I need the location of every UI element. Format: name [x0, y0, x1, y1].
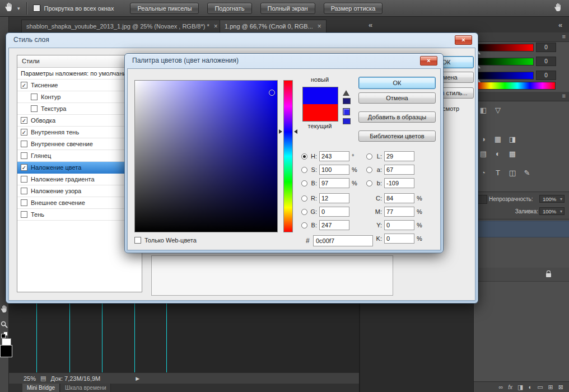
channel-value[interactable]: 0: [536, 43, 556, 52]
field-radio[interactable]: [301, 195, 307, 202]
style-checkbox[interactable]: ✓: [21, 117, 27, 124]
saturation-brightness-field[interactable]: [134, 80, 278, 232]
add-to-swatches-button[interactable]: Добавить в образцы: [358, 111, 436, 123]
field-input[interactable]: [384, 220, 414, 230]
layer-style-item[interactable]: ✓Тиснение: [17, 80, 142, 91]
hue-slider-arrow-right[interactable]: [294, 129, 297, 134]
style-checkbox[interactable]: [21, 211, 27, 218]
web-color-swatch[interactable]: [343, 118, 351, 124]
print-size-button[interactable]: Размер оттиска: [324, 3, 383, 14]
hue-slider[interactable]: [283, 80, 293, 232]
field-radio[interactable]: [301, 222, 307, 228]
field-input[interactable]: [319, 193, 349, 203]
web-colors-checkbox[interactable]: [134, 237, 141, 244]
layer-style-item[interactable]: ✓Внутренняя тень: [17, 127, 142, 138]
close-button[interactable]: ×: [455, 35, 472, 45]
adjustment-icon[interactable]: T: [492, 167, 504, 179]
layer-effects-icon[interactable]: fx: [508, 384, 512, 390]
hue-slider-arrow-left[interactable]: [279, 129, 282, 134]
tab-mini-bridge[interactable]: Mini Bridge: [22, 384, 60, 392]
field-radio[interactable]: [366, 180, 372, 186]
style-checkbox[interactable]: ✓: [21, 164, 27, 171]
chevron-down-icon[interactable]: ▾: [17, 6, 20, 11]
layer-style-item[interactable]: Внутреннее свечение: [17, 138, 142, 150]
style-checkbox[interactable]: [31, 94, 38, 100]
gamut-warning-icon[interactable]: [343, 90, 349, 96]
zoom-level[interactable]: 25%: [24, 375, 36, 382]
color-libraries-button[interactable]: Библиотеки цветов: [358, 130, 436, 142]
actual-pixels-button[interactable]: Реальные пикселы: [130, 3, 199, 14]
layer-mask-icon[interactable]: ◨: [517, 384, 523, 391]
adjustment-icon[interactable]: ▩: [506, 148, 519, 160]
style-checkbox[interactable]: [21, 141, 27, 147]
layer-style-item[interactable]: Контур: [17, 91, 142, 103]
field-radio[interactable]: [366, 153, 372, 160]
ok-button[interactable]: ОК: [358, 77, 436, 89]
adjustment-icon[interactable]: ◫: [506, 167, 519, 179]
adjustment-icon[interactable]: ◔: [477, 167, 489, 179]
layer-style-item[interactable]: Наложение градиента: [17, 174, 142, 185]
close-button[interactable]: ×: [420, 56, 437, 66]
adjustment-icon[interactable]: ▦: [492, 133, 504, 146]
close-icon[interactable]: ×: [318, 21, 321, 32]
hand-icon-right[interactable]: [554, 3, 562, 14]
green-channel-slider[interactable]: [477, 58, 534, 66]
field-radio[interactable]: [301, 167, 307, 173]
layer-style-item[interactable]: Наложение узора: [17, 185, 142, 197]
field-input[interactable]: [384, 151, 414, 161]
full-screen-button[interactable]: Полный экран: [260, 3, 315, 14]
field-input[interactable]: [319, 220, 349, 230]
gamut-color-swatch[interactable]: [343, 98, 351, 104]
background-layer-row[interactable]: [474, 268, 569, 282]
style-checkbox[interactable]: ✓: [21, 129, 27, 136]
color-field-marker[interactable]: [269, 90, 275, 96]
style-checkbox[interactable]: ✓: [21, 82, 27, 88]
style-checkbox[interactable]: [31, 105, 38, 112]
blue-channel-slider[interactable]: [477, 72, 534, 80]
hex-input[interactable]: [313, 235, 373, 246]
field-radio[interactable]: [366, 167, 372, 173]
layer-style-item[interactable]: Параметры наложения: по умолчанию: [17, 68, 142, 80]
field-radio[interactable]: [301, 180, 307, 186]
layer-style-item[interactable]: Текстура: [17, 103, 142, 115]
link-layers-icon[interactable]: ∞: [498, 384, 503, 390]
adjustment-icon[interactable]: ▤: [477, 148, 489, 160]
zoom-tool-icon[interactable]: [1, 320, 8, 330]
layer-style-item[interactable]: ✓Наложение цвета: [17, 162, 142, 174]
adjustment-icon[interactable]: ◨: [506, 133, 519, 146]
current-color-swatch[interactable]: [303, 104, 338, 121]
layer-style-item[interactable]: Внешнее свечение: [17, 197, 142, 209]
adjustment-icon[interactable]: ◑: [477, 133, 489, 146]
style-checkbox[interactable]: [21, 176, 27, 183]
selected-layer-row[interactable]: [474, 221, 569, 237]
field-input[interactable]: [319, 178, 349, 188]
new-layer-icon[interactable]: ⊞: [548, 384, 553, 391]
channel-value[interactable]: 0: [536, 71, 556, 80]
foreground-color-swatch[interactable]: [0, 345, 12, 357]
layer-style-item[interactable]: ✓Обводка: [17, 115, 142, 127]
hand-tool-icon[interactable]: [1, 305, 8, 315]
red-channel-slider[interactable]: [477, 44, 534, 52]
lock-icon[interactable]: [546, 273, 551, 277]
channel-value[interactable]: 0: [536, 57, 556, 66]
field-input[interactable]: [319, 151, 349, 161]
layer-style-item[interactable]: Глянец: [17, 150, 142, 162]
delete-layer-icon[interactable]: ⊠: [558, 384, 563, 391]
collapse-panels-icon[interactable]: «: [558, 21, 562, 29]
hand-tool-icon[interactable]: [4, 2, 13, 14]
field-input[interactable]: [384, 193, 414, 203]
field-input[interactable]: [384, 207, 414, 217]
adjustment-icon[interactable]: ▽: [492, 104, 504, 116]
field-input[interactable]: [319, 165, 349, 175]
fit-on-screen-button[interactable]: Подогнать: [207, 3, 251, 14]
field-input[interactable]: [384, 178, 414, 188]
web-color-cube-icon[interactable]: [343, 108, 350, 115]
collapse-dock-icon[interactable]: «: [369, 21, 372, 29]
color-spectrum-ramp[interactable]: [476, 82, 556, 90]
document-tab-2[interactable]: 1.png @ 66,7% (Слой 0, RGB... ×: [220, 20, 327, 32]
adjustment-icon[interactable]: ◧: [477, 104, 489, 116]
tab-timeline[interactable]: Шкала времени: [60, 384, 111, 392]
adjustment-icon[interactable]: ◐: [492, 148, 504, 160]
panel-menu-icon[interactable]: ≡: [562, 33, 566, 40]
fill-value[interactable]: 100%▾: [539, 207, 565, 215]
